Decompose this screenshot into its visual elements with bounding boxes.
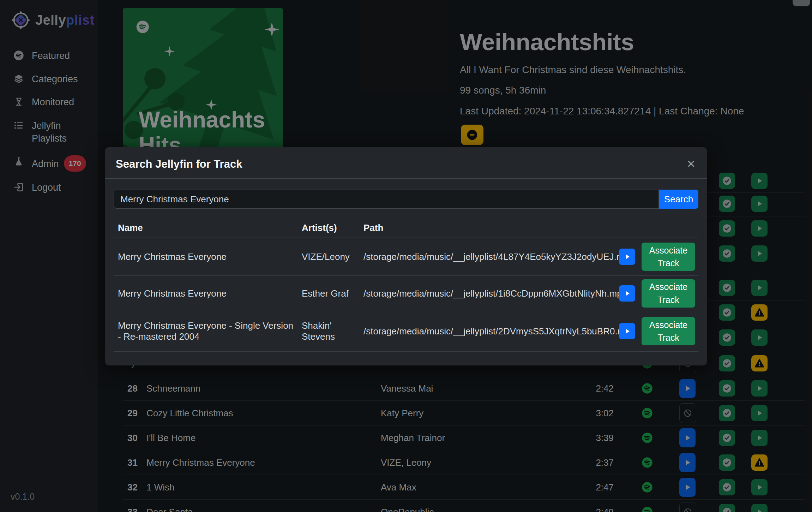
result-path: /storage/media/music/__jellyplist/4L87Y4… xyxy=(363,251,621,262)
result-path: /storage/media/music/__jellyplist/2DVmys… xyxy=(363,326,621,337)
search-results-table: Name Artist(s) Path Merry Christmas Ever… xyxy=(114,218,698,352)
preview-play-button[interactable] xyxy=(619,249,635,265)
result-name: Merry Christmas Everyone xyxy=(118,251,294,262)
jellyplist-app: Jellyplist Featured Categories Monitored xyxy=(0,0,812,512)
associate-track-button[interactable]: Associate Track xyxy=(642,317,695,345)
search-jellyfin-modal: Search Jellyfin for Track ✕ Search Name … xyxy=(105,147,707,365)
column-header-path: Path xyxy=(363,222,621,233)
result-artist: Esther Graf xyxy=(302,288,356,299)
result-path: /storage/media/music/__jellyplist/1i8CcD… xyxy=(363,288,621,299)
preview-play-button[interactable] xyxy=(619,285,635,302)
associate-track-button[interactable]: Associate Track xyxy=(642,279,695,308)
search-result-row: Merry Christmas Everyone Esther Graf /st… xyxy=(114,275,698,311)
preview-play-button[interactable] xyxy=(619,323,635,339)
result-name: Merry Christmas Everyone - Single Versio… xyxy=(118,320,294,342)
result-artist: VIZE/Leony xyxy=(302,251,356,262)
column-header-name: Name xyxy=(118,222,294,233)
result-artist: Shakin' Stevens xyxy=(302,320,356,342)
result-name: Merry Christmas Everyone xyxy=(118,288,294,299)
search-result-row: Merry Christmas Everyone VIZE/Leony /sto… xyxy=(114,238,698,275)
search-result-row: Merry Christmas Everyone - Single Versio… xyxy=(114,311,698,351)
modal-title: Search Jellyfin for Track xyxy=(116,158,242,171)
column-header-artist: Artist(s) xyxy=(302,222,356,233)
search-button[interactable]: Search xyxy=(659,190,698,209)
track-search-input[interactable] xyxy=(114,190,659,209)
close-icon[interactable]: ✕ xyxy=(687,158,696,170)
modal-header: Search Jellyfin for Track ✕ xyxy=(105,147,707,179)
associate-track-button[interactable]: Associate Track xyxy=(642,243,695,271)
